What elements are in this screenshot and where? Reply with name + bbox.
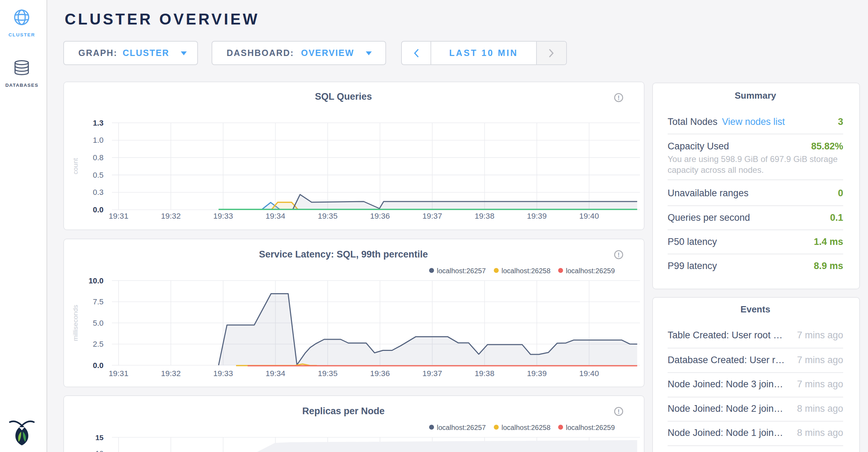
- svg-text:localhost:26258: localhost:26258: [501, 267, 550, 275]
- svg-text:19:40: 19:40: [579, 369, 599, 378]
- svg-text:5.0: 5.0: [93, 319, 104, 327]
- svg-text:Service Latency: SQL, 99th per: Service Latency: SQL, 99th percentile: [259, 249, 428, 260]
- svg-text:0.3: 0.3: [93, 188, 104, 197]
- svg-text:19:38: 19:38: [475, 369, 494, 378]
- svg-text:2.5: 2.5: [93, 340, 104, 348]
- svg-text:19:38: 19:38: [475, 212, 494, 220]
- svg-text:10.0: 10.0: [88, 276, 104, 285]
- svg-text:!: !: [618, 408, 620, 415]
- svg-text:0.0: 0.0: [93, 205, 104, 214]
- svg-text:19:31: 19:31: [109, 212, 128, 220]
- svg-text:19:35: 19:35: [318, 212, 337, 220]
- svg-text:19:33: 19:33: [213, 369, 233, 378]
- svg-text:19:36: 19:36: [370, 212, 390, 220]
- svg-text:0.5: 0.5: [93, 171, 104, 179]
- svg-text:localhost:26258: localhost:26258: [501, 424, 550, 431]
- svg-text:19:36: 19:36: [370, 369, 390, 378]
- svg-text:7.5: 7.5: [93, 297, 104, 306]
- svg-text:localhost:26257: localhost:26257: [437, 424, 486, 431]
- svg-text:19:39: 19:39: [527, 212, 547, 220]
- svg-text:SQL Queries: SQL Queries: [315, 91, 372, 102]
- svg-text:15: 15: [95, 433, 104, 442]
- svg-text:19:39: 19:39: [527, 369, 547, 378]
- svg-text:19:34: 19:34: [265, 212, 285, 220]
- svg-text:19:34: 19:34: [265, 369, 285, 378]
- svg-text:count: count: [72, 158, 79, 174]
- svg-text:0.0: 0.0: [93, 361, 104, 370]
- svg-text:19:37: 19:37: [422, 369, 442, 378]
- svg-text:localhost:26259: localhost:26259: [566, 424, 615, 431]
- svg-text:!: !: [618, 252, 620, 259]
- svg-text:19:32: 19:32: [161, 212, 180, 220]
- svg-text:10: 10: [95, 449, 104, 452]
- svg-text:milliseconds: milliseconds: [72, 305, 79, 341]
- svg-text:19:32: 19:32: [161, 369, 180, 378]
- svg-text:19:40: 19:40: [579, 212, 599, 220]
- svg-text:1.0: 1.0: [93, 136, 104, 144]
- svg-text:Replicas per Node: Replicas per Node: [302, 406, 385, 416]
- svg-text:localhost:26259: localhost:26259: [566, 267, 615, 275]
- svg-text:19:31: 19:31: [109, 369, 128, 378]
- svg-text:0.8: 0.8: [93, 153, 104, 162]
- svg-text:localhost:26257: localhost:26257: [437, 267, 486, 275]
- svg-text:1.3: 1.3: [93, 119, 104, 127]
- svg-text:19:37: 19:37: [422, 212, 442, 220]
- svg-text:19:33: 19:33: [213, 212, 233, 220]
- svg-text:19:35: 19:35: [318, 369, 337, 378]
- svg-text:!: !: [618, 94, 620, 101]
